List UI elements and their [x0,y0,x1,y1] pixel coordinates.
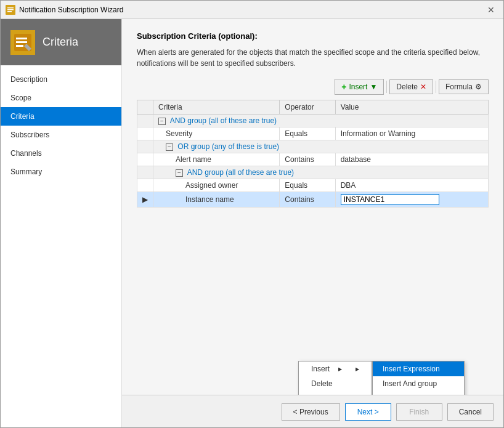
sidebar-item-description[interactable]: Description [1,70,121,89]
svg-rect-2 [7,9,14,10]
criteria-svg-icon [13,33,33,52]
toolbar-separator-2 [436,81,436,93]
delete-icon: ✕ [420,83,426,91]
criteria-toolbar: + Insert ▼ Delete ✕ Formula ⚙ [137,79,489,95]
table-row[interactable]: Alert name Contains database [137,153,489,166]
col-value: Value [335,100,488,115]
title-bar: Notification Subscription Wizard ✕ [1,1,503,19]
col-arrow [137,100,153,115]
submenu-insert-expression[interactable]: Insert Expression [373,361,464,376]
arrow-cell [137,166,153,179]
criteria-cell: Alert name [153,153,280,166]
sidebar-item-scope[interactable]: Scope [1,89,121,107]
arrow-cell: ▶ [137,192,153,208]
submenu-arrow-icon: ▶ [338,366,342,372]
col-criteria: Criteria [153,100,280,115]
header-title: Criteria [43,36,78,49]
next-button[interactable]: Next > [345,403,391,421]
close-button[interactable]: ✕ [484,4,498,16]
app-icon [6,5,15,15]
arrow-cell [137,140,153,153]
criteria-cell: Instance name [153,192,280,208]
window-title: Notification Subscription Wizard [19,6,123,14]
table-row[interactable]: − OR group (any of these is true) [137,140,489,153]
context-menu-insert[interactable]: Insert ▶ [299,361,372,376]
criteria-cell: Assigned owner [153,179,280,192]
main-container: Criteria Description Scope Criteria Subs… [1,19,503,428]
table-row[interactable]: − AND group (all of these are true) [137,166,489,179]
insert-button[interactable]: + Insert ▼ [335,79,384,95]
operator-cell: Contains [280,192,335,208]
submenu-insert-or-group[interactable]: Insert Or Group [373,391,464,395]
svg-rect-6 [16,41,27,43]
value-input[interactable] [341,194,439,205]
plus-icon: + [341,82,346,92]
formula-icon: ⚙ [475,83,482,91]
sidebar: Criteria Description Scope Criteria Subs… [1,19,122,428]
arrow-cell [137,115,153,127]
svg-rect-1 [7,7,14,9]
expand-icon[interactable]: − [166,143,173,151]
col-operator: Operator [280,100,335,115]
table-row[interactable]: Severity Equals Information or Warning [137,127,489,140]
table-header-row: Criteria Operator Value [137,100,489,115]
group-label: − AND group (all of these are true) [153,115,489,127]
section-title: Subscription Criteria (optional): [137,31,489,41]
cancel-button[interactable]: Cancel [447,403,494,421]
toolbar-separator-1 [386,81,387,93]
arrow-cell [137,127,153,140]
group-label: − OR group (any of these is true) [153,140,489,153]
submenu: Insert Expression Insert And group Inser… [372,361,465,395]
table-row[interactable]: Assigned owner Equals DBA [137,179,489,192]
arrow-cell [137,179,153,192]
submenu-insert-and-group[interactable]: Insert And group [373,376,464,391]
sidebar-item-summary[interactable]: Summary [1,163,121,181]
context-menu-wrapper: Insert ▶ Delete Insert Expression Insert… [298,361,465,395]
value-cell: Information or Warning [335,127,488,140]
operator-cell: Contains [280,153,335,166]
previous-button[interactable]: < Previous [282,403,340,421]
context-menu: Insert ▶ Delete [298,361,372,395]
value-cell: DBA [335,179,488,192]
nav-items: Description Scope Criteria Subscribers C… [1,65,121,428]
operator-cell: Equals [280,179,335,192]
description-text: When alerts are generated for the object… [137,47,489,69]
table-row[interactable]: − AND group (all of these are true) [137,115,489,127]
svg-rect-3 [7,11,12,12]
sidebar-item-channels[interactable]: Channels [1,144,121,163]
insert-dropdown-icon: ▼ [370,83,377,91]
table-container: Criteria Operator Value [137,100,489,208]
svg-rect-5 [16,38,27,39]
title-bar-left: Notification Subscription Wizard [6,5,123,15]
criteria-table: Criteria Operator Value [137,100,489,208]
operator-cell: Equals [280,127,335,140]
finish-button[interactable]: Finish [396,403,442,421]
sidebar-item-criteria[interactable]: Criteria [1,107,121,126]
sidebar-item-subscribers[interactable]: Subscribers [1,126,121,144]
expand-icon[interactable]: − [158,118,166,125]
svg-rect-7 [16,45,23,47]
formula-button[interactable]: Formula ⚙ [439,79,489,94]
content-body: Subscription Criteria (optional): When a… [122,19,503,395]
criteria-cell: Severity [153,127,280,140]
table-row[interactable]: ▶ Instance name Contains [137,192,489,208]
content-area: Subscription Criteria (optional): When a… [122,19,503,428]
context-menu-delete[interactable]: Delete [299,376,372,391]
header-banner: Criteria [1,19,121,65]
group-label: − AND group (all of these are true) [153,166,489,179]
expand-icon[interactable]: − [176,169,183,177]
delete-button[interactable]: Delete ✕ [389,79,433,94]
value-cell [335,192,488,208]
criteria-icon [10,30,35,55]
footer: < Previous Next > Finish Cancel [122,395,503,428]
value-cell: database [335,153,488,166]
arrow-cell [137,153,153,166]
